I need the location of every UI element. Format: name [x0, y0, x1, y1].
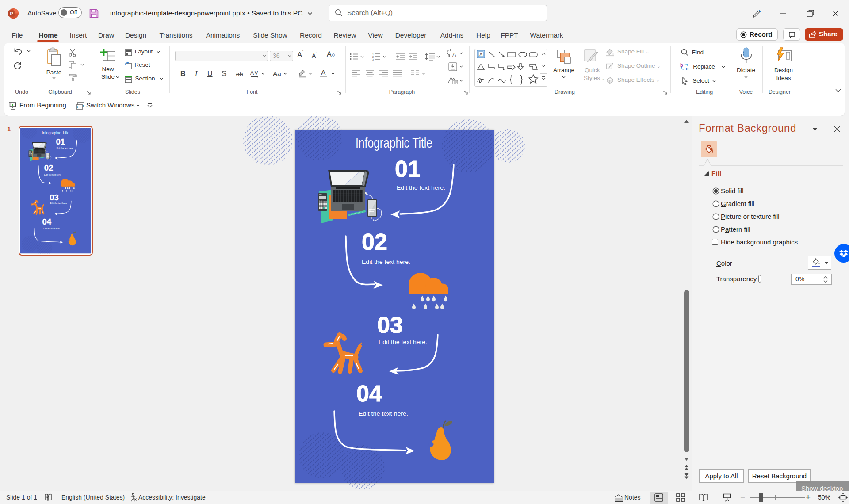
svg-text:A: A: [250, 70, 254, 76]
svg-text:P: P: [10, 11, 13, 16]
svg-text:3: 3: [372, 58, 374, 61]
svg-text:V: V: [255, 70, 258, 76]
svg-text:b: b: [680, 62, 683, 68]
svg-text:A: A: [479, 52, 482, 57]
svg-text:c: c: [686, 66, 688, 71]
svg-text:A: A: [452, 51, 456, 58]
